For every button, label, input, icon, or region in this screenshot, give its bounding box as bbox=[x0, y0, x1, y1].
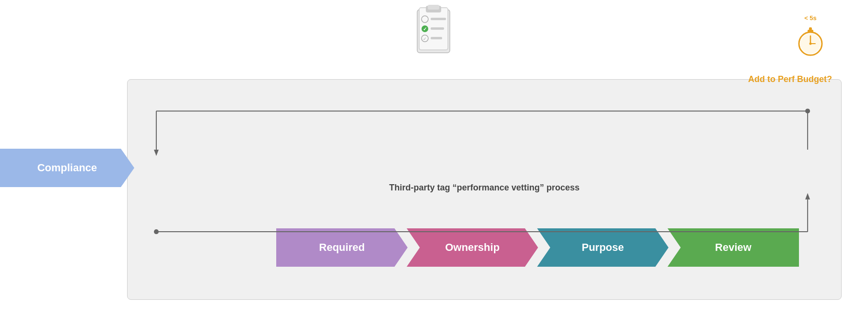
purpose-step: Purpose bbox=[537, 228, 669, 267]
diagram-box: Third-party tag “performance vetting” pr… bbox=[127, 79, 842, 300]
svg-rect-3 bbox=[428, 5, 439, 10]
ownership-step: Ownership bbox=[407, 228, 538, 267]
svg-point-22 bbox=[805, 108, 810, 113]
review-label: Review bbox=[715, 241, 751, 254]
compliance-step: Compliance bbox=[0, 149, 134, 187]
compliance-label: Compliance bbox=[37, 162, 97, 174]
perf-budget-label: Add to Perf Budget? bbox=[748, 74, 832, 84]
timer-label: < 5s bbox=[804, 14, 817, 22]
svg-marker-21 bbox=[154, 150, 159, 156]
review-step: Review bbox=[668, 228, 799, 267]
process-steps-container: Required Ownership Purpose Review bbox=[276, 228, 798, 267]
clipboard-icon: ✓ ✓ bbox=[412, 5, 456, 58]
timer-icon: < 5s bbox=[796, 14, 825, 57]
svg-rect-15 bbox=[809, 27, 812, 30]
svg-text:✓: ✓ bbox=[423, 26, 427, 32]
process-title: Third-party tag “performance vetting” pr… bbox=[389, 183, 579, 193]
svg-text:✓: ✓ bbox=[423, 36, 427, 41]
required-step: Required bbox=[276, 228, 408, 267]
ownership-label: Ownership bbox=[445, 241, 500, 254]
svg-point-24 bbox=[154, 229, 159, 234]
svg-rect-11 bbox=[431, 37, 442, 39]
required-label: Required bbox=[319, 241, 364, 254]
svg-marker-27 bbox=[805, 193, 810, 200]
purpose-label: Purpose bbox=[582, 241, 624, 254]
svg-rect-5 bbox=[431, 18, 446, 20]
page-container: ✓ ✓ < 5s Add to Perf Budget? Compliance bbox=[0, 0, 868, 331]
svg-point-18 bbox=[809, 43, 812, 45]
svg-rect-8 bbox=[431, 27, 444, 30]
